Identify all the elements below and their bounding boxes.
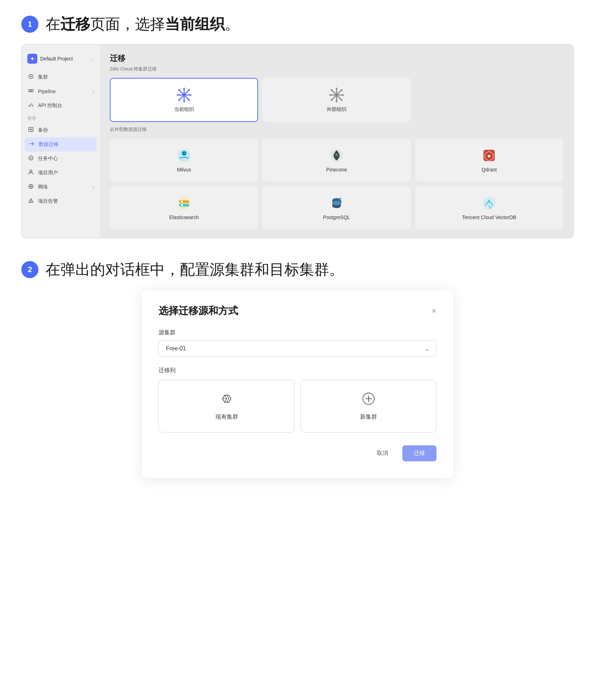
target-grid: 现有集群 新集群 (159, 380, 436, 433)
postgresql-icon (329, 195, 344, 211)
svg-point-59 (488, 200, 490, 202)
qdrant-label: Qdrant (482, 167, 497, 173)
backup-label: 备份 (38, 127, 48, 133)
sidebar: Default Project ⌄ 集群 Pipeline › API 控制台 … (22, 44, 100, 238)
external-org-icon (329, 87, 344, 103)
screenshot-mockup: Default Project ⌄ 集群 Pipeline › API 控制台 … (21, 44, 574, 238)
new-cluster-card[interactable]: 新集群 (300, 380, 436, 433)
migrate-to-label: 迁移到 (159, 367, 436, 374)
migrate-label: 数据迁移 (39, 141, 59, 148)
svg-point-41 (338, 153, 339, 154)
elasticsearch-icon (176, 195, 192, 211)
milvus-label: Milvus (177, 167, 191, 173)
svg-rect-49 (179, 200, 189, 203)
api-label: API 控制台 (38, 102, 62, 109)
cluster-icon (27, 74, 34, 81)
svg-point-4 (29, 156, 33, 160)
postgresql-label: PostgreSQL (323, 214, 350, 220)
current-org-icon (176, 87, 192, 103)
project-chevron-icon: ⌄ (91, 56, 94, 61)
source-cluster-select[interactable]: Free-01 (159, 340, 436, 357)
sidebar-item-alert[interactable]: 项目告警 (22, 194, 100, 208)
backup-icon (27, 127, 34, 134)
migrate-button[interactable]: 迁移 (402, 445, 436, 461)
milvus-card[interactable]: Milvus (110, 138, 258, 182)
svg-point-33 (335, 94, 338, 96)
pinecone-card[interactable]: Pinecone (262, 138, 411, 182)
dialog-header: 选择迁移源和方式 × (159, 304, 436, 318)
pipeline-label: Pipeline (38, 89, 56, 94)
external-source-subtitle: 从外部数据源迁移 (110, 126, 563, 133)
svg-point-27 (329, 94, 331, 96)
svg-point-57 (339, 198, 341, 200)
svg-point-28 (342, 94, 344, 96)
task-label: 任务中心 (38, 155, 58, 162)
cancel-button[interactable]: 取消 (368, 445, 397, 461)
sidebar-item-backup[interactable]: 备份 (22, 123, 100, 137)
project-icon (27, 54, 37, 64)
new-cluster-icon (361, 392, 376, 409)
svg-point-15 (189, 94, 191, 96)
pipeline-chevron-icon: › (93, 89, 94, 94)
svg-point-13 (183, 101, 185, 102)
sidebar-item-user[interactable]: 项目用户 (22, 166, 100, 180)
sidebar-project[interactable]: Default Project ⌄ (22, 50, 100, 67)
pinecone-icon (329, 148, 344, 163)
alert-label: 项目告警 (38, 198, 58, 205)
user-label: 项目用户 (38, 170, 58, 176)
svg-point-18 (188, 89, 190, 91)
svg-point-51 (181, 201, 183, 203)
dialog-footer: 取消 迁移 (159, 445, 436, 461)
svg-point-42 (334, 156, 336, 157)
svg-point-58 (483, 197, 495, 210)
new-cluster-label: 新集群 (360, 413, 377, 421)
svg-point-12 (183, 88, 185, 90)
existing-cluster-card[interactable]: 现有集群 (159, 380, 295, 433)
current-org-card[interactable]: 当前组织 (110, 78, 258, 122)
migrate-icon (28, 141, 35, 148)
elasticsearch-card[interactable]: Elasticsearch (110, 186, 258, 229)
svg-point-29 (331, 89, 332, 91)
step2-header: 2 在弹出的对话框中，配置源集群和目标集群。 (21, 260, 574, 280)
svg-point-47 (488, 155, 491, 158)
step2-section: 2 在弹出的对话框中，配置源集群和目标集群。 选择迁移源和方式 × 源集群 Fr… (21, 260, 574, 479)
network-chevron-icon: › (93, 185, 94, 190)
manage-section-label: 管理 (22, 113, 100, 123)
sidebar-item-migrate[interactable]: 数据迁移 (25, 137, 97, 152)
sidebar-item-api[interactable]: API 控制台 (22, 99, 100, 113)
svg-point-39 (336, 154, 338, 156)
postgresql-card[interactable]: PostgreSQL (262, 186, 411, 229)
svg-point-14 (177, 94, 178, 96)
external-sources-grid: Milvus Pinecone (110, 138, 563, 229)
page-title: 迁移 (110, 53, 563, 64)
svg-point-20 (183, 94, 186, 96)
dialog-container: 选择迁移源和方式 × 源集群 Free-01 ⌄ 迁移到 (141, 290, 454, 479)
task-icon (27, 155, 34, 162)
qdrant-card[interactable]: Qdrant (415, 138, 563, 182)
alert-icon (27, 198, 34, 205)
external-org-label: 外部组织 (327, 106, 347, 113)
sidebar-item-cluster[interactable]: 集群 (22, 70, 100, 84)
project-name: Default Project (40, 56, 88, 62)
close-icon[interactable]: × (431, 306, 436, 316)
external-org-card[interactable]: 外部组织 (262, 78, 411, 122)
step2-title: 在弹出的对话框中，配置源集群和目标集群。 (45, 260, 344, 280)
svg-point-2 (30, 76, 32, 77)
tencent-icon (481, 195, 497, 211)
step2-badge: 2 (21, 261, 38, 278)
source-cluster-select-wrapper[interactable]: Free-01 ⌄ (159, 340, 436, 357)
network-label: 网络 (38, 184, 48, 190)
sidebar-item-network[interactable]: 网络 › (22, 180, 100, 194)
svg-point-19 (178, 99, 180, 101)
cluster-label: 集群 (38, 74, 48, 80)
tencent-card[interactable]: Tencent Cloud VectorDB (415, 186, 563, 229)
svg-point-37 (183, 153, 184, 154)
step1-badge: 1 (21, 16, 38, 33)
sidebar-item-pipeline[interactable]: Pipeline › (22, 84, 100, 99)
svg-point-16 (178, 89, 180, 91)
api-icon (27, 102, 34, 109)
sidebar-item-task[interactable]: 任务中心 (22, 152, 100, 166)
elasticsearch-label: Elasticsearch (169, 214, 199, 220)
svg-point-40 (334, 153, 336, 154)
current-org-label: 当前组织 (174, 106, 194, 113)
